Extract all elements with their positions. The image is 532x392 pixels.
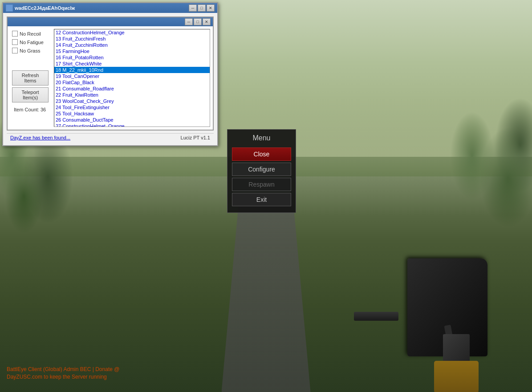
menu-configure-button[interactable]: Configure	[232, 163, 291, 176]
checkbox-no-fatigue[interactable]: No Fatigue	[12, 39, 49, 45]
battleye-notice: BattlEye Client (Global) Admin BEC | Don…	[7, 366, 119, 381]
no-grass-checkbox[interactable]	[12, 48, 18, 53]
inner-minimize[interactable]: ─	[185, 18, 193, 25]
list-item[interactable]: 19 Tool_CanOpener	[54, 73, 210, 79]
tool-window: wadECc2J4даEАhОqиclж ─ □ ✕ ─ □ ✕	[2, 2, 218, 146]
list-item[interactable]: 24 Tool_FireExtinguisher	[54, 104, 210, 110]
status-left[interactable]: DayZ.exe has been found...	[10, 135, 70, 140]
status-bar: DayZ.exe has been found... Luciz PT v1.1	[7, 133, 214, 142]
window-controls: ─ □ ✕	[189, 4, 215, 12]
menu-close-button[interactable]: Close	[232, 147, 291, 161]
list-item[interactable]: 23 WoolCoat_Check_Grey	[54, 98, 210, 104]
inner-window-titlebar: ─ □ ✕	[8, 17, 213, 26]
no-recoil-checkbox[interactable]	[12, 31, 18, 37]
game-menu: Menu Close Configure Respawn Exit	[227, 129, 296, 213]
list-item[interactable]: 18 M_22_mkii_10Rnd	[54, 67, 210, 73]
inner-content: No Recoil No Fatigue No Grass Refresh It…	[8, 26, 213, 130]
list-item[interactable]: 25 Tool_Hacksaw	[54, 110, 210, 117]
inner-maximize[interactable]: □	[194, 18, 202, 25]
list-item[interactable]: 12 ConstructionHelmet_Orange	[54, 29, 210, 36]
menu-respawn-button[interactable]: Respawn	[232, 178, 291, 191]
maximize-button[interactable]: □	[198, 4, 206, 12]
list-item[interactable]: 22 Fruit_KiwiRotten	[54, 92, 210, 98]
list-item[interactable]: 16 Fruit_PotatoRotten	[54, 54, 210, 61]
list-item[interactable]: 20 FlatCap_Black	[54, 79, 210, 86]
minimize-button[interactable]: ─	[189, 4, 197, 12]
list-item[interactable]: 15 FarmingHoe	[54, 48, 210, 54]
no-fatigue-checkbox[interactable]	[12, 39, 18, 45]
list-item[interactable]: 21 Consumable_Roadflare	[54, 86, 210, 92]
list-item[interactable]: 17 Shirt_CheckWhite	[54, 61, 210, 67]
inner-close[interactable]: ✕	[203, 18, 211, 25]
checkbox-no-grass[interactable]: No Grass	[12, 48, 49, 53]
no-grass-label: No Grass	[20, 48, 40, 53]
list-item[interactable]: 27 ConstructionHelmet_Orange	[54, 123, 210, 127]
no-fatigue-label: No Fatigue	[20, 40, 44, 45]
status-right: Luciz PT v1.1	[181, 135, 210, 140]
tool-content: ─ □ ✕ No Recoil No Fatigue	[3, 13, 217, 145]
list-item[interactable]: 26 Consumable_DuctTape	[54, 117, 210, 123]
refresh-items-button[interactable]: Refresh Items	[12, 70, 49, 86]
inner-window: ─ □ ✕ No Recoil No Fatigue	[7, 16, 214, 131]
no-recoil-label: No Recoil	[20, 31, 41, 37]
teleport-items-button[interactable]: Teleport Item(s)	[12, 87, 49, 102]
menu-exit-button[interactable]: Exit	[232, 193, 291, 206]
menu-title: Menu	[232, 134, 291, 142]
checkbox-no-recoil[interactable]: No Recoil	[12, 31, 49, 37]
gun-overlay	[354, 236, 487, 392]
tool-window-title: wadECc2J4даEАhОqиclж	[15, 5, 75, 11]
window-icon	[6, 4, 13, 12]
tool-window-titlebar: wadECc2J4даEАhОqиclж ─ □ ✕	[3, 3, 217, 13]
action-buttons: Refresh Items Teleport Item(s)	[12, 69, 49, 103]
list-item[interactable]: 14 Fruit_ZucchiniRotten	[54, 42, 210, 48]
close-window-button[interactable]: ✕	[207, 4, 215, 12]
checkboxes-panel: No Recoil No Fatigue No Grass Refresh It…	[10, 29, 50, 127]
item-list[interactable]: 12 ConstructionHelmet_Orange13 Fruit_Zuc…	[54, 29, 210, 127]
list-item[interactable]: 13 Fruit_ZucchiniFresh	[54, 36, 210, 42]
item-count-label: Item Count: 36	[12, 106, 49, 113]
